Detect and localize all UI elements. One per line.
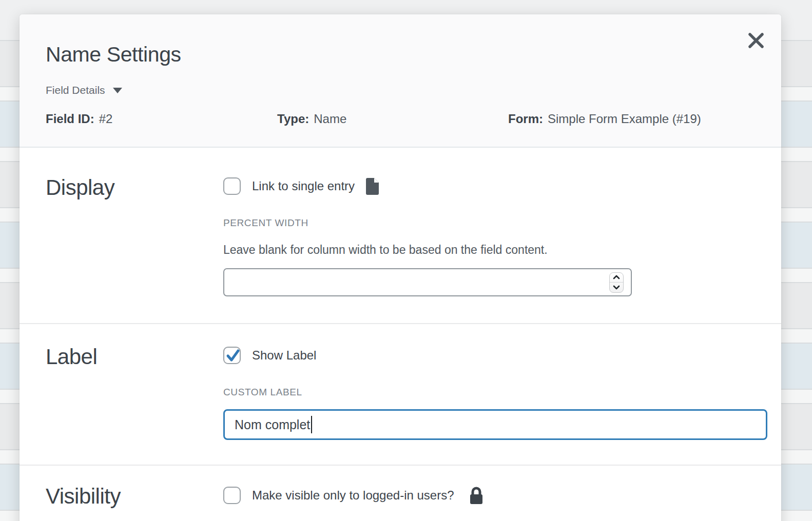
field-type-label: Type:: [277, 112, 309, 126]
stepper-down-button[interactable]: [610, 283, 623, 292]
percent-width-label: PERCENT WIDTH: [223, 217, 767, 229]
field-type-value: Name: [314, 112, 346, 126]
custom-label-input[interactable]: Nom complet: [223, 409, 767, 440]
section-visibility: Visibility Make visible only to logged-i…: [20, 466, 781, 521]
custom-label-value: Nom complet: [235, 417, 310, 432]
number-stepper[interactable]: [609, 272, 624, 293]
visibility-section-heading: Visibility: [46, 485, 223, 508]
caret-down-icon: [113, 88, 122, 93]
link-to-single-entry-label[interactable]: Link to single entry: [252, 179, 355, 193]
field-details-toggle[interactable]: Field Details: [46, 84, 122, 96]
close-button[interactable]: [744, 29, 768, 52]
display-section-heading: Display: [46, 176, 223, 199]
field-meta-row: Field ID:#2 Type:Name Form:Simple Form E…: [46, 112, 761, 126]
section-display: Display Link to single entry PERCENT WID…: [20, 148, 781, 324]
field-details-label: Field Details: [46, 84, 105, 96]
label-section-heading: Label: [46, 346, 223, 368]
field-form-label: Form:: [508, 112, 543, 126]
chevron-down-icon: [613, 285, 620, 290]
text-cursor: [311, 416, 312, 433]
field-form-value: Simple Form Example (#19): [548, 112, 701, 126]
file-icon: [366, 178, 380, 195]
check-icon: [225, 348, 241, 364]
logged-in-only-label[interactable]: Make visible only to logged-in users?: [252, 488, 454, 503]
logged-in-only-row: Make visible only to logged-in users?: [223, 486, 767, 505]
chevron-up-icon: [613, 275, 620, 279]
custom-label-label: CUSTOM LABEL: [223, 387, 767, 398]
percent-width-help: Leave blank for column width to be based…: [223, 243, 767, 257]
percent-width-input[interactable]: [223, 268, 632, 296]
show-label-checkbox[interactable]: [223, 347, 241, 364]
field-id-label: Field ID:: [46, 112, 94, 126]
logged-in-only-checkbox[interactable]: [223, 487, 241, 504]
link-to-single-entry-row: Link to single entry: [223, 177, 767, 195]
section-label: Label Show Label CUSTOM LABEL Nom comple…: [20, 324, 781, 466]
stepper-up-button[interactable]: [610, 273, 623, 283]
dialog-header: Name Settings Field Details Field ID:#2 …: [20, 14, 781, 148]
link-to-single-entry-checkbox[interactable]: [223, 177, 241, 195]
field-form-meta: Form:Simple Form Example (#19): [508, 112, 701, 126]
lock-icon: [469, 486, 484, 505]
show-label-row: Show Label: [223, 347, 767, 364]
close-icon: [748, 33, 764, 48]
field-id-value: #2: [99, 112, 113, 126]
dialog-title: Name Settings: [46, 43, 761, 67]
field-type-meta: Type:Name: [277, 112, 508, 126]
name-settings-dialog: Name Settings Field Details Field ID:#2 …: [20, 14, 781, 521]
show-label-label[interactable]: Show Label: [252, 348, 316, 363]
field-id-meta: Field ID:#2: [46, 112, 277, 126]
